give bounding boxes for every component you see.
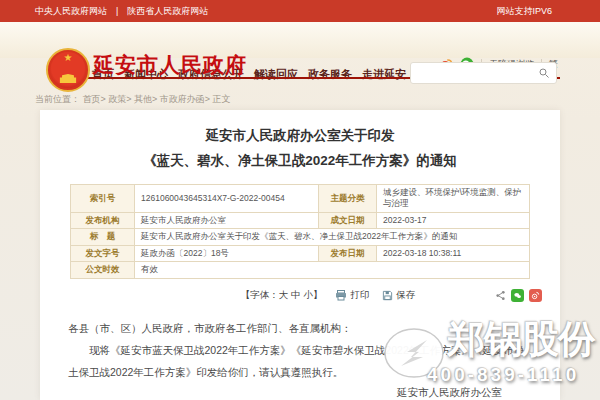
- site-title: 延安市人民政府: [93, 51, 247, 79]
- central-gov-link[interactable]: 中央人民政府网站: [35, 5, 107, 18]
- print-button[interactable]: 打印: [335, 289, 369, 302]
- ipv6-support-label: 网站支持IPV6: [496, 5, 552, 18]
- nav-item-interpretation[interactable]: 解读回应: [254, 67, 298, 82]
- meta-label-written-date: 成文日期: [319, 212, 377, 228]
- nav-item-about-yanan[interactable]: 走进延安: [362, 67, 406, 82]
- meta-value-topic: 城乡建设、环境保护\环境监测、保护与治理: [377, 185, 530, 213]
- meta-label-index: 索引号: [71, 185, 135, 213]
- meta-value-title: 延安市人民政府办公室关于印发《蓝天、碧水、净土保卫战2022年工作方案》的通知: [135, 229, 530, 245]
- font-size-prefix: 【字体：: [241, 289, 279, 300]
- meta-value-validity: 有效: [135, 262, 530, 278]
- save-icon: [382, 290, 393, 301]
- breadcrumb-path[interactable]: 首页> 政策> 其他> 市政府办函> 正文: [83, 94, 231, 104]
- table-row: 索引号 1261060043645314X7-G-2022-00454 主题分类…: [71, 185, 530, 213]
- meta-label-doc-number: 发文字号: [71, 245, 135, 261]
- meta-value-written-date: 2022-03-17: [377, 212, 530, 228]
- meta-label-title: 标 题: [71, 229, 135, 245]
- meta-value-publish-date: 2022-03-18 10:38:11: [377, 245, 530, 261]
- print-button-label: 打印: [350, 289, 369, 302]
- national-emblem-logo: ★: [46, 48, 90, 92]
- body-paragraph: 现将《延安市蓝天保卫战2022年工作方案》《延安市碧水保卫战2022年工作方案》…: [68, 339, 532, 383]
- breadcrumb: 当前位置： 首页> 政策> 其他> 市政府办函> 正文: [35, 93, 231, 106]
- meta-value-doc-number: 延政办函〔2022〕18号: [135, 245, 319, 261]
- shaanxi-gov-link[interactable]: 陕西省人民政府网站: [127, 5, 208, 18]
- meta-label-issuer: 发布机构: [71, 212, 135, 228]
- signature-line: 延安市人民政府办公室: [40, 386, 560, 400]
- font-size-small-button[interactable]: 小: [303, 289, 313, 300]
- table-row: 标 题 延安市人民政府办公室关于印发《蓝天、碧水、净土保卫战2022年工作方案》…: [71, 229, 530, 245]
- breadcrumb-label: 当前位置：: [35, 94, 80, 104]
- search-icon[interactable]: [538, 67, 556, 79]
- font-size-large-button[interactable]: 大: [279, 289, 289, 300]
- document-title-line2: 《蓝天、碧水、净土保卫战2022年工作方案》的通知: [40, 148, 560, 173]
- share-icon[interactable]: [495, 290, 506, 301]
- meta-value-index: 1261060043645314X7-G-2022-00454: [135, 185, 319, 213]
- article-toolbar: 【字体：大 中 小】 打印 保存: [40, 288, 560, 304]
- font-size-suffix: 】: [313, 289, 323, 300]
- nav-item-services[interactable]: 政务服务: [308, 67, 352, 82]
- font-size-control: 【字体：大 中 小】: [241, 289, 322, 302]
- table-row: 发布机构 延安市人民政府办公室 成文日期 2022-03-17: [71, 212, 530, 228]
- share-weibo-icon[interactable]: [529, 289, 542, 302]
- printer-icon: [335, 290, 347, 301]
- share-wechat-icon[interactable]: [511, 289, 524, 302]
- salutation-line: 各县（市、区）人民政府，市政府各工作部门、各直属机构：: [68, 317, 532, 339]
- save-button-label: 保存: [396, 289, 415, 302]
- meta-label-validity: 公文时效: [71, 262, 135, 278]
- font-size-medium-button[interactable]: 中: [291, 289, 301, 300]
- top-gov-bar: 中央人民政府网站 | 陕西省人民政府网站 网站支持IPV6: [0, 0, 600, 22]
- site-header: ★ 延安市人民政府 无障碍浏览 繁: [0, 22, 600, 58]
- meta-value-issuer: 延安市人民政府办公室: [135, 212, 319, 228]
- document-title-line1: 延安市人民政府办公室关于印发: [40, 123, 560, 148]
- search-input[interactable]: [411, 68, 538, 79]
- topbar-divider: |: [116, 6, 118, 16]
- emblem-gate-icon: [60, 74, 77, 83]
- meta-label-topic: 主题分类: [319, 185, 377, 213]
- document-body: 各县（市、区）人民政府，市政府各工作部门、各直属机构： 现将《延安市蓝天保卫战2…: [68, 317, 532, 383]
- meta-label-publish-date: 发布日期: [319, 245, 377, 261]
- article-card: 延安市人民政府办公室关于印发 《蓝天、碧水、净土保卫战2022年工作方案》的通知…: [40, 110, 560, 400]
- table-row: 公文时效 有效: [71, 262, 530, 278]
- search-box: [410, 62, 557, 84]
- emblem-star-icon: ★: [64, 53, 73, 63]
- table-row: 发文字号 延政办函〔2022〕18号 发布日期 2022-03-18 10:38…: [71, 245, 530, 261]
- save-button[interactable]: 保存: [382, 289, 415, 302]
- document-meta-table: 索引号 1261060043645314X7-G-2022-00454 主题分类…: [70, 184, 530, 279]
